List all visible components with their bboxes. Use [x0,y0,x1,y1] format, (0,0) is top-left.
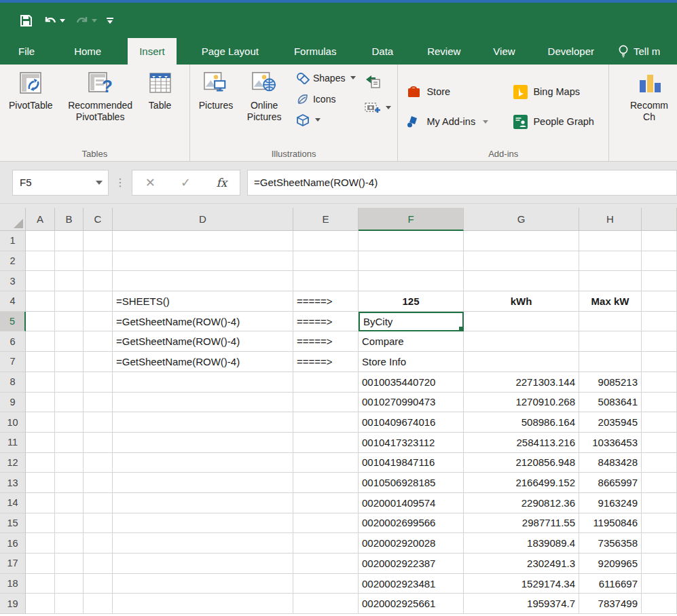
cell-A15[interactable] [26,513,55,534]
cell-E5[interactable]: =====> [293,312,359,332]
cell-E8[interactable] [293,372,359,393]
cell-G5[interactable] [464,312,579,332]
cell-B17[interactable] [55,554,84,574]
cell-partial-16[interactable] [642,533,677,554]
cancel-button[interactable]: ✕ [145,175,155,190]
row-header-9[interactable]: 9 [0,393,26,413]
cell-D7[interactable]: =GetSheetName(ROW()-4) [113,352,293,372]
cell-A4[interactable] [26,291,55,312]
cell-C19[interactable] [84,594,113,614]
cell-C14[interactable] [84,493,113,513]
cell-C11[interactable] [84,433,113,453]
cell-E19[interactable] [293,594,359,614]
tab-data[interactable]: Data [360,38,405,65]
cell-F13[interactable]: 0010506928185 [359,473,464,493]
cell-partial-3[interactable] [642,271,677,291]
cell-E3[interactable] [293,271,359,291]
row-header-5[interactable]: 5 [0,312,26,332]
row-header-15[interactable]: 15 [0,513,26,534]
people-graph-button[interactable]: People Graph [513,111,593,132]
undo-dropdown-caret[interactable] [60,19,65,22]
cell-A19[interactable] [26,594,55,614]
tab-formulas[interactable]: Formulas [282,38,348,65]
cell-H3[interactable] [579,271,642,291]
cell-partial-14[interactable] [642,493,677,513]
cell-G2[interactable] [464,251,579,272]
cell-E11[interactable] [293,433,359,453]
cell-A8[interactable] [26,372,55,393]
cell-B11[interactable] [55,433,84,453]
shapes-button[interactable]: Shapes [293,67,359,88]
pictures-button[interactable]: Pictures [194,67,238,111]
row-header-14[interactable]: 14 [0,493,26,513]
fill-handle[interactable] [458,326,463,331]
cell-G4[interactable]: kWh [464,291,579,312]
cell-A13[interactable] [26,473,55,493]
cell-H18[interactable]: 6116697 [579,574,642,594]
cell-C12[interactable] [84,453,113,473]
my-addins-button[interactable]: My Add-ins [406,111,505,132]
cell-C10[interactable] [84,412,113,433]
column-header-G[interactable]: G [464,208,579,231]
cell-G12[interactable]: 2120856.948 [464,453,579,473]
cell-A3[interactable] [26,271,55,291]
cell-F6[interactable]: Compare [359,331,464,352]
cell-B4[interactable] [55,291,84,312]
cell-partial-7[interactable] [642,352,677,372]
cell-F7[interactable]: Store Info [359,352,464,372]
row-header-8[interactable]: 8 [0,372,26,393]
cell-D17[interactable] [113,554,293,574]
cell-F3[interactable] [359,271,464,291]
cell-B2[interactable] [55,251,84,272]
cell-B3[interactable] [55,271,84,291]
cell-E2[interactable] [293,251,359,272]
column-header-A[interactable]: A [26,208,55,231]
cell-partial-19[interactable] [642,594,677,614]
row-header-17[interactable]: 17 [0,554,26,574]
cell-partial-17[interactable] [642,554,677,574]
formula-input[interactable]: =GetSheetName(ROW()-4) [247,170,677,196]
cell-H13[interactable]: 8665997 [579,473,642,493]
cell-B8[interactable] [55,372,84,393]
cell-H10[interactable]: 2035945 [579,412,642,433]
online-pictures-button[interactable]: Online Pictures [238,67,291,123]
cell-G1[interactable] [464,231,579,251]
cell-H15[interactable]: 11950846 [579,513,642,534]
cell-C4[interactable] [84,291,113,312]
cell-partial-6[interactable] [642,331,677,352]
cell-B5[interactable] [55,312,84,332]
cell-D16[interactable] [113,533,293,554]
cell-partial-4[interactable] [642,291,677,312]
cell-C18[interactable] [84,574,113,594]
cell-G6[interactable] [464,331,579,352]
cell-B7[interactable] [55,352,84,372]
row-header-13[interactable]: 13 [0,473,26,493]
cell-A16[interactable] [26,533,55,554]
cell-A5[interactable] [26,312,55,332]
cell-D4[interactable]: =SHEETS() [113,291,293,312]
cell-partial-2[interactable] [642,251,677,272]
cell-partial-12[interactable] [642,453,677,473]
tab-page-layout[interactable]: Page Layout [190,38,270,65]
row-header-12[interactable]: 12 [0,453,26,473]
cell-D12[interactable] [113,453,293,473]
cell-F9[interactable]: 0010270990473 [359,393,464,413]
bing-maps-button[interactable]: Bing Maps [513,81,593,102]
column-header-B[interactable]: B [55,208,84,231]
cell-C2[interactable] [84,251,113,272]
cell-F16[interactable]: 0020002920028 [359,533,464,554]
cell-D14[interactable] [113,493,293,513]
cell-H8[interactable]: 9085213 [579,372,642,393]
cell-G17[interactable]: 2302491.3 [464,554,579,574]
row-header-18[interactable]: 18 [0,574,26,594]
cell-A10[interactable] [26,412,55,433]
cell-H11[interactable]: 10336453 [579,433,642,453]
cell-F17[interactable]: 0020002922387 [359,554,464,574]
tab-file[interactable]: File [7,38,46,65]
tab-review[interactable]: Review [416,38,472,65]
cell-C5[interactable] [84,312,113,332]
cell-A11[interactable] [26,433,55,453]
cell-H19[interactable]: 7837499 [579,594,642,614]
cell-E6[interactable]: =====> [293,331,359,352]
cell-H14[interactable]: 9163249 [579,493,642,513]
